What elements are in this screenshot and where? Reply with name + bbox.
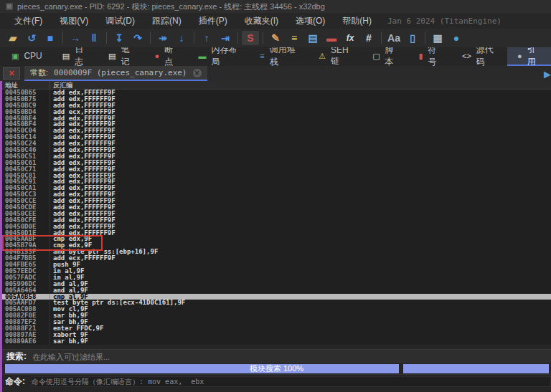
tab-symbols[interactable]: ▮ 符号 [408,47,452,66]
row-instruction: add edx,FFFFFF9F [50,178,551,185]
pause-icon[interactable]: ‖ [85,31,103,45]
references-listing: 地址 反汇编 00450B65 add edx,FFFFFF9F 00450B7… [2,81,551,345]
tab-label: 源代码 [476,47,497,66]
patch-icon[interactable]: ✎ [267,31,284,45]
tab-icon: ▤ [108,52,116,60]
build-info: Jan 6 2024 (TitanEngine) [387,16,501,26]
run-to-user-code-icon[interactable]: ↠ [154,31,171,45]
tab-overflow-icon[interactable]: ▶ [544,69,551,80]
tab-log[interactable]: ▤ 日志 [52,47,98,66]
row-instruction: xabort 9F [50,332,551,338]
preferences-bars-icon[interactable]: ≡ [286,31,303,45]
menu-item[interactable]: 调试(D) [97,14,143,29]
step-out-icon[interactable]: ↓ [173,31,190,45]
row-instruction: cmp edx,9F [50,236,551,242]
to-user-module-icon[interactable]: ⇥ [217,31,234,45]
toolbar-button[interactable] [423,31,428,45]
run-until-return-icon[interactable]: ↑ [198,31,215,45]
open-folder-icon[interactable]: ▰ [4,31,22,45]
menu-item[interactable]: 插件(P) [190,14,236,29]
menu-bar: 文件(F) 视图(V) 调试(D) 跟踪(N) 插件(P) 收藏夹(I) 选项(… [0,13,551,29]
toolbar-button[interactable] [148,31,153,45]
stop-icon[interactable]: ■ [42,31,59,45]
toolbar-button[interactable] [260,31,265,45]
step-over-icon[interactable]: ↷ [129,31,146,45]
tab-memory-map[interactable]: ▬ 内存布局 [188,47,250,66]
menu-item[interactable]: 选项(O) [287,14,334,29]
listing-row[interactable]: 004F7BB5 add ecx,FFFFFF9F [2,255,551,262]
menu-item[interactable]: 帮助(H) [334,14,380,29]
constant-result-tab[interactable]: 常数: 0000009F (pieces_canary.exe) ✕ [24,66,207,81]
hash-icon[interactable]: # [360,31,377,45]
menu-item[interactable]: 跟踪(N) [143,14,190,29]
tab-label: 调用堆栈 [270,47,298,66]
close-all-tabs-button[interactable]: ✕ [3,67,20,80]
tab-icon: ● [154,52,159,60]
listing-row[interactable]: 004FBE65 push 9F [2,262,551,268]
tab-call-stack[interactable]: ≡ 调用堆栈 [250,47,309,66]
tab-seh-chain[interactable]: ⚠ SEH链 [309,47,362,66]
tab-notes[interactable]: ▤ 笔记 [98,47,144,66]
tab-label: CPU [24,51,42,61]
row-instruction: push 9F [50,262,551,268]
tab-label: 断点 [164,47,178,66]
row-instruction: add edx,FFFFFF9F [50,185,551,191]
toolbar-button[interactable] [235,31,240,45]
tab-icon: ▢ [372,52,380,60]
tab-icon: ≡ [260,52,264,60]
menu-item-label: 帮助(H) [342,16,372,26]
menu-item[interactable]: 视图(V) [51,14,97,29]
disassembly-column-header[interactable]: 反汇编 [50,81,551,89]
toolbar-button[interactable] [379,31,384,45]
row-instruction: add edx,FFFFFF9F [50,204,551,211]
command-bar: 命令: [2,374,551,388]
tab-label: 内存布局 [211,47,240,66]
menu-item-label: 调试(D) [105,16,135,26]
row-instruction: add edx,FFFFFF9F [50,217,551,224]
toolbar-button[interactable] [60,31,65,45]
font-icon[interactable]: Aa [385,31,402,45]
attach-device-icon[interactable]: ▯ [404,31,421,45]
tab-icon: ▣ [11,52,19,60]
fx-icon[interactable]: fx [342,31,359,45]
row-instruction: enter FFDC,9F [50,325,551,332]
tab-icon: ▮ [418,52,423,60]
search-bar: 搜索: [2,349,551,363]
tab-script[interactable]: ▢ 脚本 [362,47,408,66]
tab-label: 日志 [75,47,88,66]
step-into-icon[interactable]: ↧ [110,31,128,45]
run-icon[interactable]: → [67,31,84,45]
tab-cpu[interactable]: ▣ CPU [1,47,52,66]
tab-source[interactable]: <> 源代码 [452,47,507,66]
command-input[interactable] [31,376,551,387]
row-instruction: in al,9F [50,268,551,274]
topmost-tickets-icon[interactable]: ▤ [304,31,321,45]
break-s-icon[interactable]: S [242,31,259,45]
address-column-header[interactable]: 地址 [2,81,50,89]
title-bar[interactable]: pieces_canary.exe - PID: 6292 - 模块: piec… [0,0,551,13]
menu-item-label: 插件(P) [199,16,227,26]
globe-icon[interactable]: ● [448,31,465,45]
menu-item[interactable]: 文件(F) [6,14,51,29]
row-instruction: add ecx,FFFFFF9F [50,255,551,262]
search-input[interactable] [32,351,248,362]
restart-icon[interactable]: ↺ [23,31,40,45]
tab-icon: ▤ [62,52,70,60]
module-search-progress-bar [5,364,399,373]
menu-item[interactable]: 收藏夹(I) [236,14,287,29]
calculator-icon[interactable]: ▦ [429,31,446,45]
tab-label: 符号 [428,47,442,66]
eraser-icon[interactable]: ▬ [323,31,340,45]
toolbar-button[interactable] [192,31,197,45]
row-instruction: add edx,FFFFFF9F [50,191,551,198]
listing-row[interactable]: 0057EEDC in al,9F [2,268,551,274]
row-instruction: add edx,FFFFFF9F [50,224,551,230]
tab-breakpoints[interactable]: ● 断点 [144,47,188,66]
search-label: 搜索: [6,350,27,363]
view-tab-bar: ▣ CPU ▤ 日志 ▤ 笔记 ● 断点 ▬ 内存布局 ≡ 调用堆栈 ⚠ SEH… [0,47,551,66]
toolbar-button[interactable] [104,31,109,45]
close-tab-icon[interactable]: ✕ [193,69,202,77]
listing-row[interactable]: 00889AE6 sar bh,9F [2,338,551,345]
tab-references[interactable]: ● 引用 [507,47,551,66]
row-instruction: and al,9F [50,287,551,294]
